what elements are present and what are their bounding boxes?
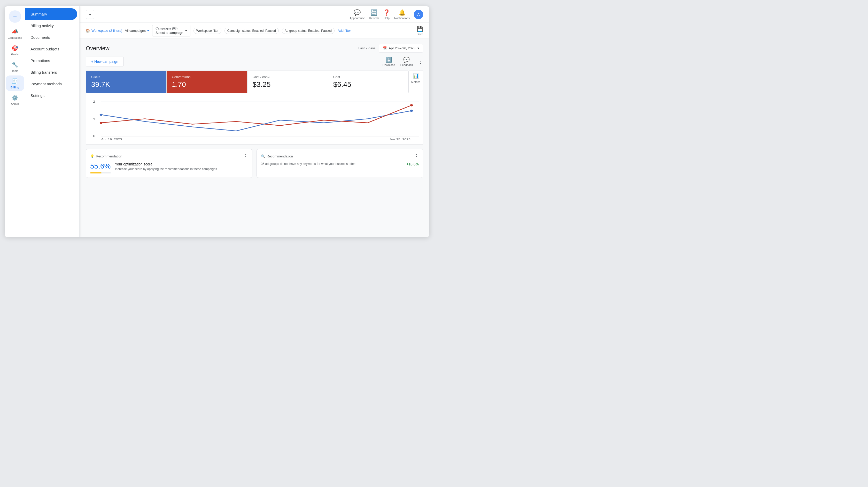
avatar[interactable]: A xyxy=(414,10,423,19)
svg-point-7 xyxy=(410,110,413,112)
rec-1-more-button[interactable]: ⋮ xyxy=(243,153,248,159)
filter-bar: 🏠 Workspace (2 filters) All campaigns ▾ … xyxy=(80,23,429,39)
rec-1-progress-fill xyxy=(90,172,101,173)
tools-icon: 🔧 xyxy=(11,61,19,68)
sidebar-item-admin[interactable]: ⚙️ Admin xyxy=(6,92,24,108)
submenu-item-promotions[interactable]: Promotions xyxy=(25,55,79,66)
rec-1-title: Your optimization score xyxy=(115,162,248,166)
cost-label: Cost xyxy=(333,75,403,79)
date-range-value: Apr 20 – 26, 2023 xyxy=(389,46,415,50)
billing-icon: 🧾 xyxy=(11,78,19,85)
date-chevron-icon: ▾ xyxy=(417,46,419,50)
svg-point-8 xyxy=(100,122,102,124)
rec-2-header: 🔍 Recommendation ⋮ xyxy=(261,153,419,159)
sidebar-item-billing[interactable]: 🧾 Billing xyxy=(6,76,24,91)
help-label: Help xyxy=(383,17,390,20)
feedback-label: Feedback xyxy=(400,63,413,66)
recommendations-row: 💡 Recommendation ⋮ 55.6% xyxy=(86,149,423,178)
campaign-status-chip[interactable]: Campaign status: Enabled, Paused xyxy=(224,28,279,34)
metric-card-conversions: Conversions 1.70 xyxy=(167,71,247,93)
dropdown-chevron-icon: ▾ xyxy=(89,12,91,17)
metrics-container: Clicks 39.7K Conversions 1.70 Cost / con… xyxy=(86,70,423,93)
refresh-button[interactable]: 🔄 Refresh xyxy=(369,9,379,20)
header-account-dropdown[interactable]: ▾ xyxy=(86,10,94,19)
chart-container: 2 1 0 xyxy=(86,93,423,145)
workspace-filter[interactable]: 🏠 Workspace (2 filters) All campaigns ▾ xyxy=(86,29,149,33)
rec-2-desc: 36 ad groups do not have any keywords fo… xyxy=(261,162,402,166)
conversions-value: 1.70 xyxy=(172,80,242,89)
metric-card-clicks: Clicks 39.7K xyxy=(86,71,167,93)
feedback-button[interactable]: 💬 Feedback xyxy=(400,57,413,66)
rec-1-content: 55.6% Your optimization score Increase y… xyxy=(90,162,248,173)
create-button[interactable]: ＋ xyxy=(9,10,21,23)
appearance-button[interactable]: 💬 Appearance xyxy=(349,9,365,20)
campaigns-dropdown[interactable]: Campaigns (63) Select a campaign ▾ xyxy=(152,25,190,36)
goals-label: Goals xyxy=(11,53,19,56)
new-campaign-button[interactable]: + New campaign xyxy=(86,57,124,66)
feedback-icon: 💬 xyxy=(403,57,410,63)
campaigns-icon: 📣 xyxy=(11,28,19,35)
save-label: Save xyxy=(417,33,423,36)
notifications-icon: 🔔 xyxy=(399,9,406,16)
notifications-button[interactable]: 🔔 Notifications xyxy=(394,9,410,20)
action-row: + New campaign ⬇️ Download 💬 Feedback ⋮ xyxy=(86,57,423,66)
workspace-filter-chip[interactable]: Workspace filter xyxy=(193,28,221,34)
metrics-options-label: Metrics xyxy=(411,80,420,84)
metrics-more-icon[interactable]: ⋮ xyxy=(413,85,418,91)
submenu-item-account-budgets[interactable]: Account budgets xyxy=(25,43,79,55)
recommendation-card-2: 🔍 Recommendation ⋮ 36 ad groups do not h… xyxy=(256,149,423,178)
sidebar-item-goals[interactable]: 🎯 Goals xyxy=(6,42,24,58)
svg-text:0: 0 xyxy=(93,135,95,138)
refresh-label: Refresh xyxy=(369,17,379,20)
submenu-item-billing-activity[interactable]: Billing activity xyxy=(25,20,79,32)
add-filter-button[interactable]: Add filter xyxy=(338,29,351,33)
appearance-label: Appearance xyxy=(349,17,365,20)
rec-1-text: Your optimization score Increase your sc… xyxy=(115,162,248,171)
notifications-label: Notifications xyxy=(394,17,410,20)
save-button[interactable]: 💾 Save xyxy=(417,26,423,36)
overview-chart: 2 1 0 xyxy=(90,97,419,140)
svg-text:Apr 19, 2023: Apr 19, 2023 xyxy=(101,138,122,140)
submenu-item-payment-methods[interactable]: Payment methods xyxy=(25,78,79,90)
workspace-sub: All campaigns xyxy=(125,29,146,33)
cost-value: $6.45 xyxy=(333,80,403,89)
svg-text:1: 1 xyxy=(93,118,95,121)
svg-text:2: 2 xyxy=(93,100,95,104)
workspace-chevron-icon: ▾ xyxy=(147,29,149,33)
admin-label: Admin xyxy=(11,103,19,106)
submenu-item-documents[interactable]: Documents xyxy=(25,32,79,43)
submenu-item-billing-transfers[interactable]: Billing transfers xyxy=(25,66,79,78)
rec-1-header: 💡 Recommendation ⋮ xyxy=(90,153,248,159)
recommendation-card-1: 💡 Recommendation ⋮ 55.6% xyxy=(86,149,252,178)
top-header: ▾ 💬 Appearance 🔄 Refresh ❓ Help 🔔 Notif xyxy=(80,6,429,23)
goals-icon: 🎯 xyxy=(11,45,19,52)
svg-text:Apr 25, 2023: Apr 25, 2023 xyxy=(390,138,410,140)
rec-2-more-button[interactable]: ⋮ xyxy=(414,153,419,159)
right-actions: ⬇️ Download 💬 Feedback ⋮ xyxy=(382,57,423,66)
submenu-item-summary[interactable]: Summary xyxy=(25,8,77,20)
sidebar-item-campaigns[interactable]: 📣 Campaigns xyxy=(6,26,24,41)
help-icon: ❓ xyxy=(383,9,390,16)
download-button[interactable]: ⬇️ Download xyxy=(382,57,395,66)
billing-submenu: Summary Billing activity Documents Accou… xyxy=(25,6,80,237)
help-button[interactable]: ❓ Help xyxy=(383,9,390,20)
ad-group-status-chip-label: Ad group status: Enabled, Paused xyxy=(285,29,332,33)
page-title: Overview xyxy=(86,45,110,52)
cost-per-conv-value: $3.25 xyxy=(253,80,323,89)
cost-per-conv-label: Cost / conv. xyxy=(253,75,323,79)
sidebar-item-tools[interactable]: 🔧 Tools xyxy=(6,59,24,75)
ad-group-status-chip[interactable]: Ad group status: Enabled, Paused xyxy=(282,28,335,34)
overview-section: Overview Last 7 days 📅 Apr 20 – 26, 2023… xyxy=(80,39,429,237)
submenu-item-settings[interactable]: Settings xyxy=(25,90,79,101)
date-range-picker[interactable]: 📅 Apr 20 – 26, 2023 ▾ xyxy=(379,44,423,53)
metrics-row: Clicks 39.7K Conversions 1.70 Cost / con… xyxy=(86,70,409,93)
date-range: Last 7 days 📅 Apr 20 – 26, 2023 ▾ xyxy=(358,44,423,53)
more-options-button[interactable]: ⋮ xyxy=(418,58,423,65)
download-icon: ⬇️ xyxy=(386,57,392,63)
icon-nav: ＋ 📣 Campaigns 🎯 Goals 🔧 Tools 🧾 Billing … xyxy=(5,6,25,237)
tools-label: Tools xyxy=(11,69,18,73)
clicks-value: 39.7K xyxy=(91,80,161,89)
rec-1-score: 55.6% xyxy=(90,162,111,170)
save-icon: 💾 xyxy=(417,26,423,32)
campaigns-sub: Select a campaign xyxy=(156,31,183,35)
